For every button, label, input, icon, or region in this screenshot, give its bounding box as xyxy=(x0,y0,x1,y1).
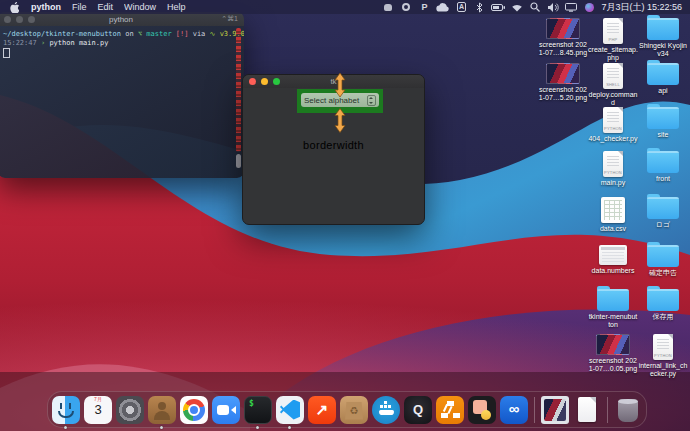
battery-icon[interactable] xyxy=(491,0,505,14)
menu-edit[interactable]: Edit xyxy=(98,2,114,12)
terminal-output: ~/desktop/tkinter-menubutton on ⌥ master… xyxy=(0,26,244,60)
desktop-icon[interactable]: screenshot 2021-07…0.05.png xyxy=(588,334,638,373)
desktop-icon[interactable]: PYTHONinternal_link_checker.py xyxy=(638,334,688,378)
desktop-icon-label: 保存用 xyxy=(653,313,674,321)
desktop-icon[interactable]: PYTHON404_checker.py xyxy=(588,107,638,143)
dock-icon-zoom[interactable] xyxy=(212,396,240,424)
image-thumbnail-icon xyxy=(546,63,580,84)
desktop-icon[interactable]: api xyxy=(638,63,688,95)
running-indicator-dot xyxy=(160,426,163,429)
document-file-icon: PHP xyxy=(603,18,623,44)
dock-icon-appcleaner[interactable] xyxy=(340,396,368,424)
desktop-icon-label: screenshot 2021-07…0.05.png xyxy=(588,357,638,373)
desktop-icon[interactable]: PYTHONmain.py xyxy=(588,151,638,187)
document-file-icon xyxy=(573,396,601,424)
trending-app-icon xyxy=(308,396,336,424)
wifi-icon[interactable] xyxy=(511,0,523,14)
folder-icon xyxy=(647,197,679,219)
terminal-text-segment: via xyxy=(188,30,209,38)
infinity-app-icon xyxy=(500,396,528,424)
desktop-icon[interactable]: site xyxy=(638,107,688,139)
desktop-icon-label: create_sitemap.php xyxy=(588,46,638,62)
desktop-icon[interactable]: SHELLdeploy.command xyxy=(588,63,638,107)
terminal-line: 15:22:47 › python main.py xyxy=(3,39,234,48)
menu-bar-clock[interactable]: 7月3日(土) 15:22:56 xyxy=(601,1,682,14)
zoom-icon xyxy=(212,396,240,424)
circle-icon[interactable] xyxy=(400,0,412,14)
siri-icon[interactable] xyxy=(583,0,595,14)
dock-icon-calendar[interactable]: 7月3 xyxy=(84,396,112,424)
spreadsheet-file-icon xyxy=(601,197,625,223)
parallels-icon[interactable]: P xyxy=(418,0,430,14)
desktop-icon[interactable]: data.csv xyxy=(588,197,638,233)
desktop-icon[interactable]: 確定申告 xyxy=(638,245,688,277)
desktop-icon-label: main.py xyxy=(601,179,626,187)
dock-icon-design-app[interactable] xyxy=(468,396,496,424)
dock-icon-contacts[interactable] xyxy=(148,396,176,424)
design-app-icon xyxy=(468,396,496,424)
active-app-name[interactable]: python xyxy=(31,2,61,12)
dock-icon-trash[interactable] xyxy=(614,396,642,424)
terminal-text-segment: ∿ xyxy=(210,30,220,38)
display-icon[interactable] xyxy=(565,0,577,14)
dock-icon-vscode[interactable] xyxy=(276,396,304,424)
desktop-icon-label: 確定申告 xyxy=(649,269,677,277)
terminal-title-bar[interactable]: python ⌃⌘1 xyxy=(0,12,244,26)
bluetooth-icon[interactable] xyxy=(473,0,485,14)
dock-icon-docker[interactable] xyxy=(372,396,400,424)
desktop-icon[interactable]: front xyxy=(638,151,688,183)
desktop-icon[interactable]: screenshot 2021-07…5.20.png xyxy=(538,63,588,102)
status-icon-strip: PA xyxy=(382,0,595,14)
menu-file[interactable]: File xyxy=(72,2,87,12)
desktop-icon-label: screenshot 2021-07…5.20.png xyxy=(538,86,588,102)
input-source-icon[interactable]: A xyxy=(455,0,467,14)
dock-icon-trending-app[interactable] xyxy=(308,396,336,424)
document-file-icon: PYTHON xyxy=(603,107,623,133)
dock-icon-quicktime[interactable] xyxy=(404,396,432,424)
desktop-icon[interactable]: Shingeki Kyojin v34 xyxy=(638,18,688,58)
numbers-file-icon xyxy=(599,245,627,265)
dock-icon-terminal[interactable] xyxy=(244,396,272,424)
desktop-icon[interactable]: data.numbers xyxy=(588,245,638,275)
image-file-icon xyxy=(541,396,569,424)
spotlight-icon[interactable] xyxy=(529,0,541,14)
dock-icon-chrome[interactable] xyxy=(180,396,208,424)
volume-icon[interactable] xyxy=(547,0,559,14)
contacts-icon xyxy=(148,396,176,424)
menu-help[interactable]: Help xyxy=(167,2,186,12)
desktop-icon[interactable]: tkinter-menubutton xyxy=(588,289,638,329)
folder-icon xyxy=(647,18,679,40)
dock-icon-system-preferences[interactable] xyxy=(116,396,144,424)
terminal-scrollbar-thumb[interactable] xyxy=(236,154,241,168)
trash-icon xyxy=(614,396,642,424)
dock-icon-infinity-app[interactable] xyxy=(500,396,528,424)
dock-icon-drawio[interactable] xyxy=(436,396,464,424)
document-file-icon: SHELL xyxy=(603,63,623,89)
document-file-icon: PYTHON xyxy=(603,151,623,177)
dock-icon-image-file[interactable] xyxy=(541,396,569,424)
folder-icon xyxy=(647,63,679,85)
apple-icon[interactable] xyxy=(8,0,20,14)
running-indicator-dot xyxy=(288,426,291,429)
desktop-icon[interactable]: 保存用 xyxy=(638,289,688,321)
desktop-icon[interactable]: PHPcreate_sitemap.php xyxy=(588,18,638,62)
tk-window[interactable]: tk Select alphabet borderwidth xyxy=(242,74,425,225)
desktop-icon-label: ロゴ xyxy=(656,221,670,229)
cloud-icon[interactable] xyxy=(436,0,449,14)
dock-icon-document-file[interactable] xyxy=(573,396,601,424)
desktop-icon[interactable]: ロゴ xyxy=(638,197,688,229)
chrome-icon xyxy=(180,396,208,424)
desktop-icon[interactable]: screenshot 2021-07…8.45.png xyxy=(538,18,588,57)
hand-icon[interactable] xyxy=(382,0,394,14)
folder-icon xyxy=(647,107,679,129)
menu-window[interactable]: Window xyxy=(124,2,156,12)
dock-icon-finder[interactable] xyxy=(52,396,80,424)
document-file-icon: PYTHON xyxy=(653,334,673,360)
terminal-scrollbar-marks[interactable] xyxy=(236,28,241,152)
terminal-window[interactable]: python ⌃⌘1 ~/desktop/tkinter-menubutton … xyxy=(0,12,244,178)
image-thumbnail-icon xyxy=(596,334,630,355)
menu-bar: python File Edit Window Help PA 7月3日(土) … xyxy=(0,0,690,14)
terminal-tab-shortcut: ⌃⌘1 xyxy=(221,15,238,23)
system-preferences-icon xyxy=(116,396,144,424)
running-indicator-dot xyxy=(256,426,259,429)
